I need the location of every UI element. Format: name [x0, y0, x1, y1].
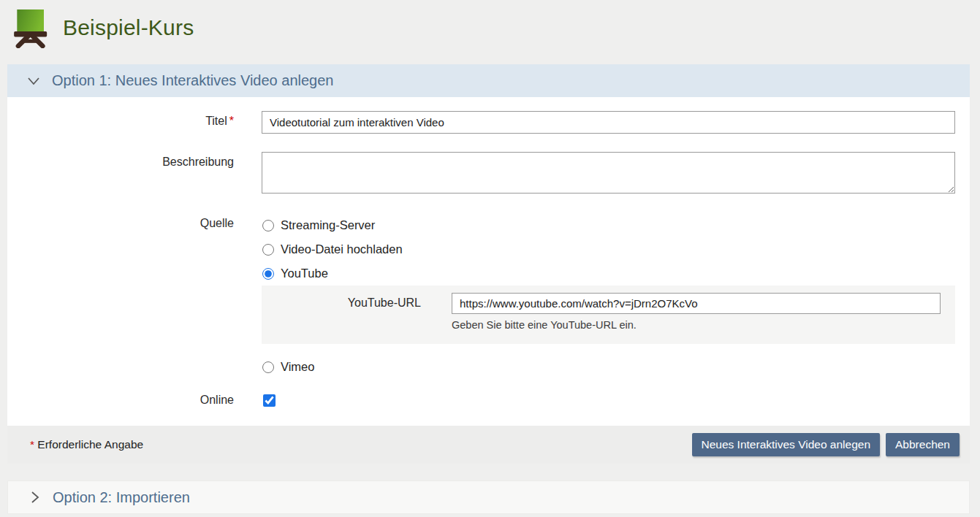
new-video-form: Titel* Beschreibung Quelle Streaming-Ser… [7, 97, 970, 426]
course-easel-icon [11, 7, 48, 48]
course-header: Beispiel-Kurs [0, 0, 980, 51]
chevron-down-icon [26, 74, 41, 88]
titel-row: Titel* [7, 111, 955, 134]
online-checkbox[interactable] [263, 394, 276, 407]
required-asterisk: * [229, 115, 234, 127]
section-header-option1[interactable]: Option 1: Neues Interaktives Video anleg… [7, 64, 970, 97]
section-title-option1: Option 1: Neues Interaktives Video anleg… [52, 72, 333, 89]
radio-label: YouTube [281, 267, 328, 280]
chevron-right-icon [27, 490, 42, 505]
radio-label: Vimeo [281, 360, 314, 374]
submit-button[interactable]: Neues Interaktives Video anlegen [692, 433, 881, 456]
titel-label: Titel* [7, 111, 262, 134]
form-footer: * Erforderliche Angabe Neues Interaktive… [7, 426, 970, 464]
titel-input[interactable] [262, 111, 955, 134]
radio-option-vimeo[interactable]: Vimeo [262, 355, 955, 379]
youtube-url-input[interactable] [452, 293, 941, 314]
page-title: Beispiel-Kurs [63, 15, 194, 40]
page: Beispiel-Kurs Option 1: Neues Interaktiv… [0, 0, 980, 517]
beschreibung-textarea[interactable] [262, 152, 955, 194]
quelle-label: Quelle [7, 213, 262, 379]
video-datei-radio[interactable] [262, 244, 274, 256]
cancel-button[interactable]: Abbrechen [886, 433, 960, 456]
section-header-option2[interactable]: Option 2: Importieren [7, 480, 970, 514]
youtube-url-label: YouTube-URL [262, 293, 452, 331]
vimeo-radio[interactable] [262, 361, 274, 373]
online-label: Online [7, 394, 262, 407]
option1-panel: Option 1: Neues Interaktives Video anleg… [7, 64, 970, 514]
quelle-row: Quelle Streaming-Server Video-Datei hoch… [7, 213, 955, 379]
youtube-url-subpanel: YouTube-URL Geben Sie bitte eine YouTube… [262, 286, 955, 344]
radio-label: Streaming-Server [281, 218, 375, 232]
beschreibung-label: Beschreibung [7, 152, 262, 196]
radio-option-streaming-server[interactable]: Streaming-Server [262, 213, 955, 237]
radio-option-video-datei[interactable]: Video-Datei hochladen [262, 237, 955, 261]
radio-label: Video-Datei hochladen [281, 242, 403, 256]
required-asterisk: * [30, 438, 34, 451]
beschreibung-row: Beschreibung [7, 152, 955, 196]
online-row: Online [7, 394, 955, 407]
section-title-option2: Option 2: Importieren [53, 489, 190, 506]
youtube-radio[interactable] [262, 268, 274, 280]
streaming-server-radio[interactable] [262, 220, 274, 231]
required-note: * Erforderliche Angabe [28, 438, 143, 451]
youtube-url-hint: Geben Sie bitte eine YouTube-URL ein. [452, 319, 941, 331]
radio-option-youtube[interactable]: YouTube [262, 261, 955, 286]
